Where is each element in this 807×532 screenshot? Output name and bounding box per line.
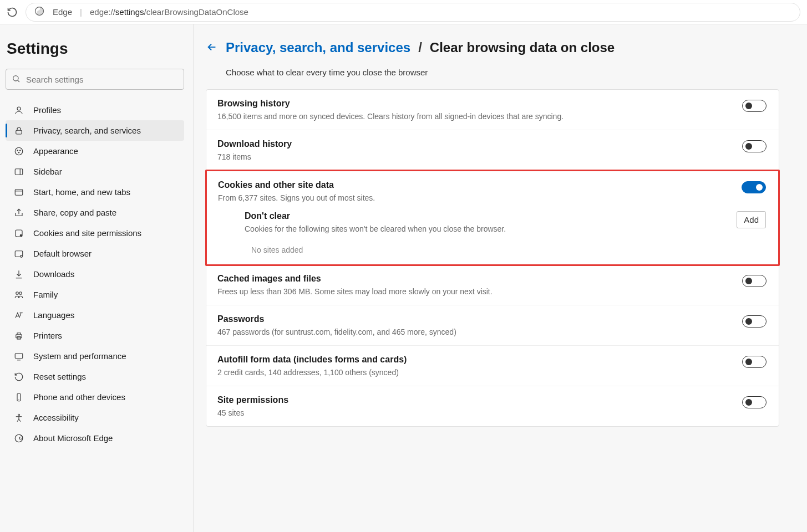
toggle-site-permissions[interactable] bbox=[742, 396, 767, 408]
nav-printers[interactable]: Printers bbox=[6, 325, 184, 346]
svg-point-7 bbox=[18, 152, 19, 153]
svg-rect-18 bbox=[15, 353, 23, 358]
toggle-download-history[interactable] bbox=[742, 140, 767, 152]
settings-content: Privacy, search, and services / Clear br… bbox=[194, 24, 807, 532]
reset-icon bbox=[13, 372, 24, 382]
svg-point-11 bbox=[20, 234, 22, 236]
sidebar-icon bbox=[13, 167, 24, 177]
row-subtitle: Frees up less than 306 MB. Some sites ma… bbox=[217, 287, 493, 296]
row-subtitle: From 6,377 sites. Signs you out of most … bbox=[218, 193, 375, 202]
svg-point-15 bbox=[19, 291, 22, 294]
svg-rect-3 bbox=[16, 130, 22, 134]
printer-icon bbox=[13, 331, 24, 341]
toggle-passwords[interactable] bbox=[742, 315, 767, 328]
row-title: Cookies and other site data bbox=[218, 180, 375, 190]
nav-phone[interactable]: Phone and other devices bbox=[6, 387, 184, 407]
highlighted-section: Cookies and other site data From 6,377 s… bbox=[205, 170, 780, 266]
row-browsing-history: Browsing history 16,500 items and more o… bbox=[206, 90, 779, 130]
reload-icon[interactable] bbox=[7, 7, 18, 18]
nav-share[interactable]: Share, copy and paste bbox=[6, 202, 184, 223]
svg-point-4 bbox=[15, 147, 23, 155]
row-subtitle: 718 items bbox=[217, 152, 292, 161]
search-input[interactable] bbox=[26, 75, 178, 84]
nav-reset[interactable]: Reset settings bbox=[6, 366, 184, 387]
dont-clear-subtitle: Cookies for the following sites won't be… bbox=[245, 224, 506, 233]
breadcrumb-parent[interactable]: Privacy, search, and services bbox=[226, 40, 410, 55]
row-cache: Cached images and files Frees up less th… bbox=[206, 265, 779, 305]
nav-about[interactable]: About Microsoft Edge bbox=[6, 428, 184, 448]
no-sites-label: No sites added bbox=[251, 245, 766, 254]
share-icon bbox=[13, 208, 24, 218]
dont-clear-title: Don't clear bbox=[245, 211, 506, 221]
download-icon bbox=[13, 269, 24, 279]
row-subtitle: 45 sites bbox=[217, 408, 288, 417]
address-bar: Edge | edge://settings/clearBrowsingData… bbox=[0, 0, 807, 24]
row-subtitle: 2 credit cards, 140 addresses, 1,100 oth… bbox=[217, 368, 407, 377]
dont-clear-section: Don't clear Cookies for the following si… bbox=[207, 211, 778, 264]
svg-point-14 bbox=[16, 291, 19, 294]
toggle-autofill[interactable] bbox=[742, 356, 767, 368]
add-site-button[interactable]: Add bbox=[737, 211, 766, 228]
page-title: Settings bbox=[7, 40, 184, 58]
row-title: Passwords bbox=[217, 314, 456, 324]
lock-icon bbox=[13, 126, 24, 136]
url-app-label: Edge bbox=[53, 7, 72, 17]
back-button[interactable] bbox=[206, 41, 218, 55]
row-autofill: Autofill form data (includes forms and c… bbox=[206, 346, 779, 386]
browser-icon bbox=[13, 249, 24, 259]
phone-icon bbox=[13, 392, 24, 402]
nav-profiles[interactable]: Profiles bbox=[6, 100, 184, 120]
nav-sidebar[interactable]: Sidebar bbox=[6, 161, 184, 182]
edge-logo-icon bbox=[34, 6, 45, 18]
svg-rect-9 bbox=[15, 189, 23, 195]
url-text: edge://settings/clearBrowsingDataOnClose bbox=[90, 7, 248, 17]
svg-rect-16 bbox=[16, 334, 22, 337]
nav-default-browser[interactable]: Default browser bbox=[6, 243, 184, 264]
nav-languages[interactable]: Languages bbox=[6, 305, 184, 325]
nav-privacy[interactable]: Privacy, search, and services bbox=[6, 120, 184, 141]
row-title: Download history bbox=[217, 139, 292, 149]
nav-appearance[interactable]: Appearance bbox=[6, 141, 184, 161]
svg-point-1 bbox=[13, 75, 18, 80]
nav-downloads[interactable]: Downloads bbox=[6, 264, 184, 284]
toggle-cache[interactable] bbox=[742, 275, 767, 287]
svg-point-2 bbox=[17, 107, 21, 110]
search-icon bbox=[12, 74, 21, 85]
row-passwords: Passwords 467 passwords (for suntrust.co… bbox=[206, 305, 779, 346]
nav-start-home[interactable]: Start, home, and new tabs bbox=[6, 182, 184, 202]
row-title: Autofill form data (includes forms and c… bbox=[217, 355, 407, 365]
toggle-browsing-history[interactable] bbox=[742, 100, 767, 112]
nav-family[interactable]: Family bbox=[6, 284, 184, 305]
page-description: Choose what to clear every time you clos… bbox=[226, 68, 779, 77]
breadcrumb: Privacy, search, and services / Clear br… bbox=[206, 40, 779, 55]
row-subtitle: 467 passwords (for suntrust.com, fidelit… bbox=[217, 328, 456, 336]
settings-nav: Profiles Privacy, search, and services A… bbox=[6, 100, 184, 448]
edge-icon bbox=[13, 433, 24, 443]
search-settings[interactable] bbox=[6, 69, 184, 90]
nav-cookies[interactable]: Cookies and site permissions bbox=[6, 223, 184, 243]
svg-point-6 bbox=[20, 150, 21, 151]
settings-sidebar: Settings Profiles Privacy, search, and s… bbox=[0, 24, 194, 532]
row-title: Site permissions bbox=[217, 395, 288, 405]
url-separator: | bbox=[80, 7, 82, 17]
family-icon bbox=[13, 290, 24, 300]
row-subtitle: 16,500 items and more on synced devices.… bbox=[217, 112, 564, 121]
system-icon bbox=[13, 351, 24, 361]
row-site-permissions: Site permissions 45 sites bbox=[206, 386, 779, 426]
toggle-cookies[interactable] bbox=[742, 181, 766, 193]
svg-rect-8 bbox=[15, 168, 23, 175]
language-icon bbox=[13, 310, 24, 320]
palette-icon bbox=[13, 146, 24, 156]
breadcrumb-current: Clear browsing data on close bbox=[430, 40, 615, 55]
profile-icon bbox=[13, 105, 24, 115]
row-title: Browsing history bbox=[217, 99, 564, 109]
newtab-icon bbox=[13, 187, 24, 197]
breadcrumb-sep: / bbox=[418, 40, 422, 55]
url-field[interactable]: Edge | edge://settings/clearBrowsingData… bbox=[26, 3, 800, 22]
row-cookies: Cookies and other site data From 6,377 s… bbox=[207, 171, 778, 211]
nav-accessibility[interactable]: Accessibility bbox=[6, 407, 184, 428]
row-download-history: Download history 718 items bbox=[206, 130, 779, 171]
accessibility-icon bbox=[13, 413, 24, 423]
nav-system[interactable]: System and performance bbox=[6, 346, 184, 366]
svg-point-13 bbox=[21, 255, 23, 257]
